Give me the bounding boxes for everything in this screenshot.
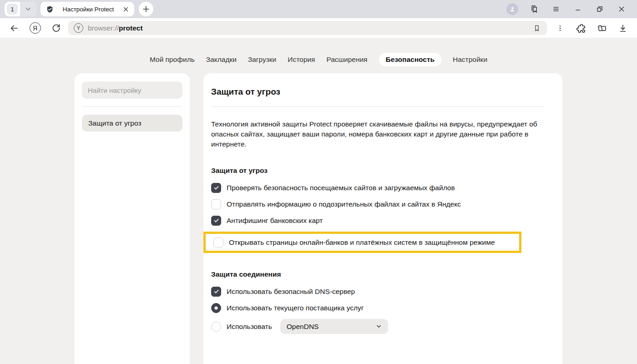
- settings-nav: Мой профильЗакладкиЗагрузкиИсторияРасшир…: [0, 38, 637, 66]
- page-title: Защита от угроз: [211, 87, 544, 97]
- option-row[interactable]: ИспользоватьOpenDNS: [211, 319, 544, 334]
- option-label: Использовать: [227, 323, 272, 331]
- check-icon: [213, 185, 219, 191]
- url-scheme: browser://: [88, 24, 119, 32]
- nav-tab-3[interactable]: Загрузки: [248, 53, 276, 66]
- section-heading-1: Защита от угроз: [211, 167, 544, 175]
- refresh-icon: [51, 23, 61, 33]
- tab-title: Настройки Protect: [58, 6, 119, 13]
- option-row[interactable]: Использовать безопасный DNS-сервер: [211, 286, 544, 297]
- address-bar[interactable]: Y browser://protect: [68, 21, 547, 35]
- option-label: Антифишинг банковских карт: [227, 217, 323, 225]
- radio-unselected[interactable]: [211, 322, 221, 332]
- nav-tab-5[interactable]: Расширения: [326, 53, 367, 66]
- section-heading-2: Защита соединения: [211, 270, 544, 278]
- plus-icon: [142, 5, 150, 13]
- downloads-button[interactable]: [612, 20, 633, 37]
- browser-tab-bar: 1 Настройки Protect: [0, 0, 637, 18]
- sidebar-items: Защита от угроз: [82, 115, 182, 131]
- menu-icon: [551, 5, 561, 14]
- protect-description: Технология активной защиты Protect прове…: [211, 119, 542, 149]
- site-icon: Y: [74, 23, 83, 33]
- option-label: Проверять безопасность посещаемых сайтов…: [227, 184, 455, 192]
- nav-tab-4[interactable]: История: [288, 53, 315, 66]
- collections-button[interactable]: [592, 20, 612, 37]
- option-row[interactable]: Отправлять информацию о подозрительных ф…: [211, 199, 544, 209]
- checkbox-checked[interactable]: [211, 216, 221, 226]
- option-label: Использовать текущего поставщика услуг: [227, 304, 364, 312]
- check-icon: [213, 217, 219, 223]
- search-input[interactable]: [82, 81, 182, 99]
- settings-sidebar: Защита от угроз: [75, 73, 190, 364]
- checkbox-unchecked[interactable]: [211, 199, 221, 209]
- radio-selected[interactable]: [211, 303, 221, 313]
- highlight-annotation: Открывать страницы онлайн-банков и платё…: [203, 232, 521, 253]
- minimize-icon: [573, 5, 582, 14]
- back-icon: [9, 23, 20, 34]
- checkbox-checked[interactable]: [211, 183, 221, 193]
- browser-menu-button[interactable]: [545, 0, 567, 18]
- sidebar-divider: [82, 106, 182, 107]
- restore-icon: [595, 5, 604, 14]
- protect-settings-page: Мой профильЗакладкиЗагрузкиИсторияРасшир…: [0, 38, 637, 364]
- collections-icon: [597, 23, 607, 34]
- nav-tab-2[interactable]: Закладки: [206, 53, 237, 66]
- yandex-home-button[interactable]: Я: [25, 20, 46, 37]
- close-window-button[interactable]: [611, 0, 632, 18]
- browser-toolbar: Я Y browser://protect: [0, 18, 637, 38]
- page-actions-button[interactable]: [550, 20, 571, 37]
- dns-provider-select[interactable]: OpenDNS: [280, 319, 388, 334]
- chevron-down-icon: [376, 324, 382, 329]
- download-icon: [618, 23, 628, 33]
- bookmarks-panel-icon: [529, 4, 539, 14]
- dropdown-value: OpenDNS: [287, 323, 319, 331]
- close-tab-icon[interactable]: [123, 6, 129, 12]
- minimize-button[interactable]: [567, 0, 589, 18]
- title-divider: [211, 106, 544, 107]
- option-label: Отправлять информацию о подозрительных ф…: [227, 200, 461, 208]
- settings-main-panel: Защита от угроз Технология активной защи…: [203, 73, 562, 364]
- bookmark-page-button[interactable]: [532, 24, 541, 33]
- extensions-puzzle-icon: [576, 23, 586, 34]
- bookmark-icon: [532, 24, 541, 33]
- settings-sections: Защита от угрозПроверять безопасность по…: [211, 167, 544, 334]
- option-row[interactable]: Использовать текущего поставщика услуг: [211, 303, 544, 313]
- sidebar-item-1[interactable]: Защита от угроз: [82, 115, 182, 131]
- url-path: protect: [119, 24, 143, 32]
- nav-tab-1[interactable]: Мой профиль: [150, 53, 195, 66]
- tab-count-badge: 1: [7, 4, 18, 15]
- tab-list-dropdown[interactable]: [20, 2, 36, 16]
- checkbox-checked[interactable]: [211, 287, 221, 297]
- nav-tab-7[interactable]: Настройки: [453, 53, 487, 66]
- restore-window-button[interactable]: [589, 0, 611, 18]
- close-icon: [617, 5, 626, 13]
- refresh-button[interactable]: [46, 20, 66, 37]
- kebab-icon: [556, 24, 565, 33]
- option-row[interactable]: Проверять безопасность посещаемых сайтов…: [211, 182, 544, 193]
- extensions-button[interactable]: [571, 20, 592, 37]
- shield-check-icon: [46, 5, 54, 13]
- check-icon: [213, 288, 219, 294]
- tab-group-button[interactable]: 1: [5, 2, 36, 16]
- option-label: Использовать безопасный DNS-сервер: [227, 288, 355, 296]
- avatar-icon: [506, 3, 518, 15]
- checkbox-unchecked[interactable]: [213, 238, 223, 248]
- yandex-logo-icon: Я: [30, 22, 41, 34]
- url-text: browser://protect: [88, 24, 143, 32]
- chevron-down-icon: [25, 6, 31, 12]
- nav-tab-6[interactable]: Безопасность: [379, 53, 442, 66]
- option-row[interactable]: Антифишинг банковских карт: [211, 215, 544, 226]
- active-tab[interactable]: Настройки Protect: [40, 2, 134, 16]
- option-label: Открывать страницы онлайн-банков и платё…: [229, 238, 495, 247]
- settings-content: Защита от угроз Защита от угроз Технолог…: [75, 73, 562, 364]
- profile-button[interactable]: [501, 0, 523, 18]
- bookmarks-panel-button[interactable]: [523, 0, 545, 18]
- back-button[interactable]: [4, 20, 25, 37]
- new-tab-button[interactable]: [139, 2, 153, 16]
- option-row[interactable]: Открывать страницы онлайн-банков и платё…: [213, 237, 515, 248]
